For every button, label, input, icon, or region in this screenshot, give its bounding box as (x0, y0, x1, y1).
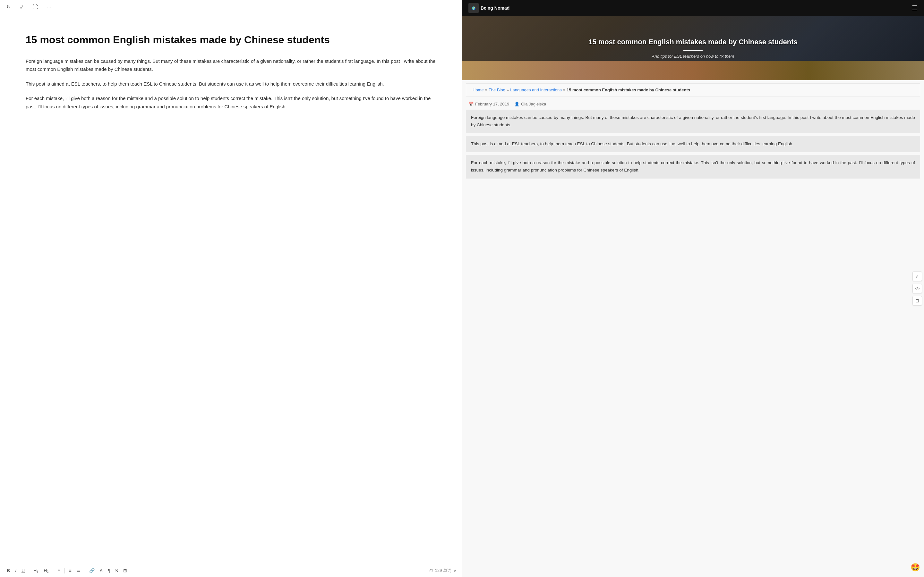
post-author-item: 👤 Ola Jagielska (514, 102, 546, 106)
editor-panel: ↻ ⤢ ⛶ ··· 15 most common English mistake… (0, 0, 462, 577)
hero-subtitle: And tips for ESL teachers on how to fix … (652, 54, 734, 59)
post-paragraph-2: This post is aimed at ESL teachers, to h… (466, 136, 920, 152)
more-button[interactable]: ··· (45, 3, 52, 11)
expand-button[interactable]: ⛶ (31, 3, 39, 11)
list-unordered-button[interactable]: ≡ (67, 567, 73, 574)
link-button[interactable]: 🔗 (87, 567, 96, 574)
word-count-label: 129 单词 (435, 568, 451, 574)
refresh-button[interactable]: ↻ (5, 3, 12, 11)
breadcrumb-sep-2: » (507, 87, 509, 92)
post-meta: 📅 February 17, 2019 👤 Ola Jagielska (462, 100, 924, 110)
post-date: February 17, 2019 (475, 102, 509, 106)
text-color-button[interactable]: A (98, 567, 104, 574)
post-date-item: 📅 February 17, 2019 (468, 102, 509, 106)
browser-content: 15 most common English mistakes made by … (462, 16, 924, 577)
chevron-icon[interactable]: ∨ (453, 568, 457, 573)
editor-paragraph-3: For each mistake, I'll give both a reaso… (26, 94, 436, 111)
format-tools: B I U H₁ H₂ ❝ ≡ ≣ 🔗 A ¶ S̶ ⊞ (5, 567, 129, 574)
divider-4 (85, 568, 85, 574)
share-button[interactable]: ⤢ (18, 3, 25, 11)
hero-title: 15 most common English mistakes made by … (588, 37, 798, 47)
check-button[interactable]: ✓ (913, 271, 922, 281)
calendar-icon: 📅 (468, 102, 473, 106)
clock-icon: ⏱ (429, 568, 433, 573)
bold-button[interactable]: B (5, 567, 11, 574)
post-paragraph-3: For each mistake, I'll give both a reaso… (466, 155, 920, 179)
logo-text: Being Nomad (481, 5, 509, 11)
post-body: Foreign language mistakes can be caused … (462, 110, 924, 185)
underline-button[interactable]: U (20, 567, 26, 574)
hero-section: 15 most common English mistakes made by … (462, 16, 924, 80)
code-button[interactable]: </> (913, 284, 922, 293)
breadcrumb: Home » The Blog » Languages and Interact… (466, 83, 920, 97)
editor-paragraph-1: Foreign language mistakes can be caused … (26, 57, 436, 73)
logo-badge: 🌍 (472, 6, 475, 10)
word-count-area: ⏱ 129 单词 ∨ (429, 568, 457, 574)
layer-button[interactable]: ⊟ (913, 296, 922, 306)
emoji-float-button[interactable]: 🤩 (911, 563, 920, 572)
strikethrough-button[interactable]: S̶ (113, 567, 120, 574)
breadcrumb-sep-1: » (485, 87, 487, 92)
italic-button[interactable]: I (13, 567, 18, 574)
h2-button[interactable]: H₂ (42, 567, 50, 574)
breadcrumb-category[interactable]: Languages and Interactions (510, 87, 561, 92)
post-author: Ola Jagielska (521, 102, 546, 106)
post-paragraph-1: Foreign language mistakes can be caused … (466, 110, 920, 133)
divider-3 (64, 568, 65, 574)
editor-body: 15 most common English mistakes made by … (0, 14, 462, 564)
list-ordered-button[interactable]: ≣ (75, 567, 82, 574)
breadcrumb-sep-3: » (563, 87, 565, 92)
site-navbar: 🌍 Being Nomad ☰ (462, 0, 924, 16)
breadcrumb-current: 15 most common English mistakes made by … (567, 87, 690, 92)
editor-title: 15 most common English mistakes made by … (26, 33, 436, 47)
browser-panel: 🌍 Being Nomad ☰ 15 most common English m… (462, 0, 924, 577)
hero-pencils-decoration (462, 61, 924, 80)
quote-button[interactable]: ❝ (56, 567, 61, 574)
logo-icon: 🌍 (468, 3, 479, 13)
image-button[interactable]: ⊞ (121, 567, 129, 574)
editor-paragraph-2: This post is aimed at ESL teachers, to h… (26, 80, 436, 88)
editor-toolbar-bottom: B I U H₁ H₂ ❝ ≡ ≣ 🔗 A ¶ S̶ ⊞ ⏱ 129 单词 ∨ (0, 564, 462, 577)
hamburger-button[interactable]: ☰ (912, 4, 918, 12)
site-logo: 🌍 Being Nomad (468, 3, 509, 13)
editor-toolbar-top: ↻ ⤢ ⛶ ··· (0, 0, 462, 14)
hero-divider (683, 50, 703, 51)
paragraph-button[interactable]: ¶ (106, 567, 112, 574)
breadcrumb-home[interactable]: Home (473, 87, 484, 92)
author-icon: 👤 (514, 102, 519, 106)
side-buttons: ✓ </> ⊟ (913, 271, 922, 306)
breadcrumb-blog[interactable]: The Blog (489, 87, 505, 92)
h1-button[interactable]: H₁ (32, 567, 40, 574)
